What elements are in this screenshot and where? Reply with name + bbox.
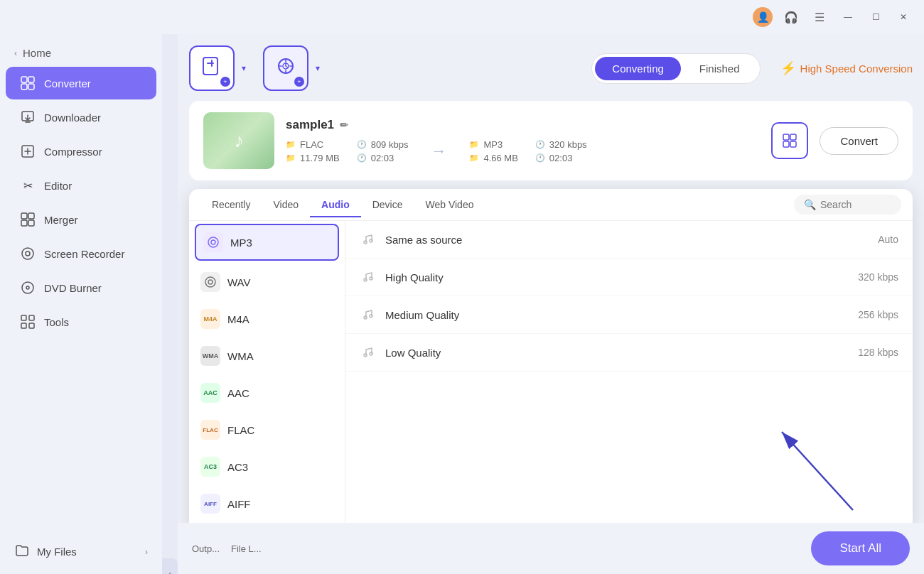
editor-icon: ✂	[20, 178, 36, 193]
svg-point-24	[208, 237, 218, 247]
bottom-bar: Outp... File L... Start All	[178, 523, 924, 574]
svg-rect-22	[783, 141, 789, 147]
duration-icon: 🕐	[357, 153, 367, 163]
add-file-button[interactable]: +	[189, 45, 235, 91]
quality-same-as-source[interactable]: Same as source Auto	[345, 221, 913, 259]
medium-quality-value: 256 kbps	[858, 309, 898, 320]
ac3-format-icon: AC3	[200, 457, 220, 477]
sidebar-item-home[interactable]: ‹ Home	[0, 40, 162, 66]
compressor-label: Compressor	[44, 146, 102, 158]
svg-rect-8	[21, 220, 27, 226]
source-duration-item: 🕐 02:03	[357, 153, 409, 163]
converter-label: Converter	[44, 77, 91, 90]
tab-recently[interactable]: Recently	[200, 193, 262, 217]
svg-point-27	[208, 280, 213, 284]
add-media-dropdown-icon[interactable]: ▾	[310, 45, 326, 91]
music-sm-icon-4	[360, 344, 377, 361]
svg-rect-16	[21, 323, 26, 328]
format-item-aiff[interactable]: AIFF AIFF	[189, 485, 345, 522]
tab-audio[interactable]: Audio	[310, 193, 361, 217]
format-item-wma[interactable]: WMA WMA	[189, 337, 345, 374]
format-body: MP3 WAV M4A M4A	[189, 221, 913, 531]
converter-icon	[20, 75, 36, 91]
sidebar-item-my-files[interactable]: My Files ›	[0, 535, 162, 568]
flac-format-icon: FLAC	[200, 420, 220, 440]
svg-rect-15	[29, 315, 34, 320]
format-list: MP3 WAV M4A M4A	[189, 221, 345, 531]
add-file-group: + ▾	[189, 45, 252, 91]
source-size-item: 📁 11.79 MB	[286, 153, 340, 163]
headset-icon[interactable]: 🎧	[781, 7, 801, 27]
convert-button[interactable]: Convert	[820, 127, 898, 155]
same-as-source-value: Auto	[878, 234, 898, 245]
user-avatar[interactable]: 👤	[753, 7, 773, 27]
low-quality-value: 128 kbps	[858, 347, 898, 358]
same-as-source-label: Same as source	[385, 234, 869, 246]
svg-point-30	[364, 278, 367, 281]
sidebar-item-converter[interactable]: Converter	[6, 67, 156, 99]
tab-video[interactable]: Video	[262, 193, 310, 217]
add-media-button[interactable]: +	[263, 45, 308, 91]
format-item-flac[interactable]: FLAC FLAC	[189, 411, 345, 448]
tab-converting[interactable]: Converting	[595, 57, 681, 80]
sidebar-item-tools[interactable]: Tools	[6, 305, 156, 338]
format-search-box: 🔍	[794, 195, 901, 215]
menu-icon[interactable]: ☰	[810, 7, 829, 27]
edit-filename-icon[interactable]: ✏	[340, 119, 348, 131]
svg-rect-17	[29, 323, 34, 328]
high-quality-value: 320 kbps	[858, 271, 898, 283]
svg-line-37	[782, 432, 853, 510]
sidebar-item-screen-recorder[interactable]: Screen Recorder	[6, 237, 156, 270]
high-quality-label: High Quality	[385, 271, 849, 283]
svg-point-35	[370, 352, 372, 355]
format-item-ac3[interactable]: AC3 AC3	[189, 448, 345, 485]
sidebar-item-dvd-burner[interactable]: DVD Burner	[6, 271, 156, 304]
svg-rect-14	[21, 315, 26, 320]
target-size: 4.66 MB	[483, 153, 517, 163]
sidebar-item-downloader[interactable]: Downloader	[6, 101, 156, 134]
ac3-label: AC3	[227, 461, 248, 473]
sidebar-item-editor[interactable]: ✂ Editor	[6, 169, 156, 202]
format-item-wav[interactable]: WAV	[189, 264, 345, 300]
sidebar-item-compressor[interactable]: Compressor	[6, 135, 156, 168]
aiff-format-icon: AIFF	[200, 494, 220, 514]
format-tabs-row: Recently Video Audio Device Web Video 🔍	[189, 189, 913, 221]
svg-rect-2	[21, 84, 27, 90]
file-meta: 📁 FLAC 📁 11.79 MB 🕐 809 kbps	[286, 139, 760, 163]
start-all-button[interactable]: Start All	[811, 531, 910, 565]
sidebar-collapse-button[interactable]: ‹	[162, 558, 178, 574]
main-content: + ▾ + ▾	[178, 34, 924, 574]
minimize-button[interactable]: —	[838, 9, 858, 25]
format-item-aac[interactable]: AAC AAC	[189, 374, 345, 411]
high-speed-button[interactable]: ⚡ High Speed Conversion	[780, 60, 913, 76]
target-duration-icon: 🕐	[535, 153, 545, 163]
sidebar-item-merger[interactable]: Merger	[6, 203, 156, 236]
add-media-icon	[276, 56, 296, 80]
target-folder2-icon: 📁	[469, 153, 479, 163]
format-item-m4a[interactable]: M4A M4A	[189, 300, 345, 337]
plus-badge-media-icon: +	[294, 77, 304, 87]
quality-low[interactable]: Low Quality 128 kbps	[345, 334, 913, 372]
flac-label: FLAC	[227, 424, 254, 436]
format-search-input[interactable]	[820, 199, 891, 210]
editor-label: Editor	[44, 180, 72, 192]
tab-web-video[interactable]: Web Video	[414, 193, 485, 217]
tab-device[interactable]: Device	[361, 193, 414, 217]
quality-high[interactable]: High Quality 320 kbps	[345, 259, 913, 296]
convert-settings-button[interactable]	[771, 122, 808, 159]
target-format-item: 📁 MP3	[469, 139, 517, 150]
add-file-dropdown-icon[interactable]: ▾	[236, 45, 252, 91]
file-label: File L...	[231, 543, 262, 554]
source-bitrate: 809 kbps	[371, 139, 409, 150]
merger-icon	[20, 212, 36, 227]
svg-point-25	[211, 240, 215, 244]
m4a-format-icon: M4A	[200, 309, 220, 329]
quality-medium[interactable]: Medium Quality 256 kbps	[345, 296, 913, 334]
tab-finished[interactable]: Finished	[682, 57, 757, 80]
close-button[interactable]: ✕	[894, 9, 913, 25]
svg-rect-0	[21, 77, 27, 82]
m4a-label: M4A	[227, 313, 249, 325]
maximize-button[interactable]: ☐	[866, 9, 886, 25]
format-quality-list: Same as source Auto High Quality 32	[345, 221, 913, 531]
format-item-mp3[interactable]: MP3	[195, 224, 339, 261]
